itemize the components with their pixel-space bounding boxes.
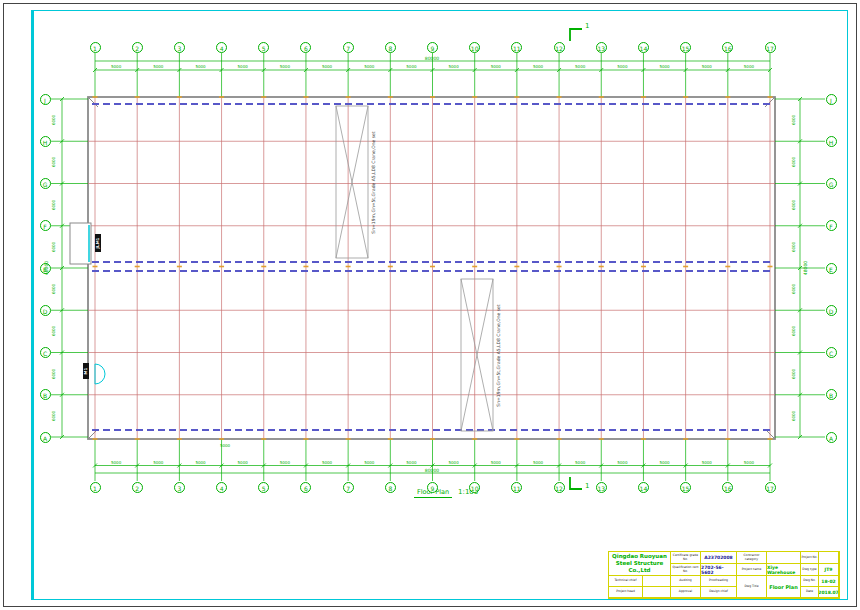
bay-width-dim-bottom: 5000 xyxy=(222,460,264,465)
grid-bubble-right: E xyxy=(826,263,837,274)
bay-height-dim-right: 6000 xyxy=(791,395,797,437)
grid-bubble-right: F xyxy=(826,220,837,231)
date-label: Date xyxy=(801,587,819,598)
grid-bubble-bottom: 4 xyxy=(216,482,227,493)
grid-bubble-bottom: 14 xyxy=(638,482,649,493)
grid-bubble-bottom: 13 xyxy=(596,482,607,493)
bay-height-dim-right: 6000 xyxy=(791,353,797,395)
grid-bubble-left: F xyxy=(40,220,51,231)
bay-height-dim-right: 6000 xyxy=(791,184,797,226)
grid-bubble-left: C xyxy=(40,347,51,358)
grid-bubble-top: 3 xyxy=(174,42,185,53)
bay-width-dim-top: 5000 xyxy=(601,64,643,69)
bay-width-dim-bottom: 5000 xyxy=(179,460,221,465)
grid-bubble-top: 14 xyxy=(638,42,649,53)
bay-height-dim-left: 6000 xyxy=(51,353,57,395)
dwg-type-value: JT9 xyxy=(819,564,839,576)
bay-width-dim-bottom: 5000 xyxy=(559,460,601,465)
bay-width-dim-top: 5000 xyxy=(559,64,601,69)
grid-bubble-left: B xyxy=(40,389,51,400)
grid-bubble-right: B xyxy=(826,389,837,400)
total-height-dim-right: 48000 xyxy=(803,247,809,289)
grid-bubble-top: 5 xyxy=(258,42,269,53)
bay-width-dim-top: 5000 xyxy=(348,64,390,69)
section-mark-label: 1 xyxy=(585,482,595,492)
bay-width-dim-top: 5000 xyxy=(390,64,432,69)
bay-width-dim-top: 5000 xyxy=(686,64,728,69)
left-door-tag: JLM1 xyxy=(95,234,101,252)
section-mark-bottom xyxy=(570,477,582,489)
plan-svg xyxy=(0,0,860,610)
total-width-dim-bottom: 80000 xyxy=(402,468,462,474)
cert-value: A23702008 xyxy=(701,552,737,564)
grid-bubble-bottom: 12 xyxy=(554,482,565,493)
grid-bubble-right: J xyxy=(826,94,837,105)
contractor-label: Contractor category xyxy=(737,552,767,564)
project-no-value xyxy=(819,552,839,564)
bay-width-dim-top: 5000 xyxy=(222,64,264,69)
bay-width-dim-top: 5000 xyxy=(179,64,221,69)
bay-width-dim-top: 5000 xyxy=(475,64,517,69)
grid-bubble-bottom: 9 xyxy=(427,482,438,493)
grid-bubble-bottom: 17 xyxy=(765,482,776,493)
grid-bubble-bottom: 15 xyxy=(680,482,691,493)
dwg-no-value: 18-02 xyxy=(819,576,839,587)
grid-bubble-bottom: 10 xyxy=(469,482,480,493)
dwg-no-label: Dwg No. xyxy=(801,576,819,587)
left-door xyxy=(70,223,91,264)
grid-bubble-bottom: 5 xyxy=(258,482,269,493)
grid-bubble-left: A xyxy=(40,432,51,443)
bay-width-dim-top: 5000 xyxy=(95,64,137,69)
grid-bubble-left: H xyxy=(40,136,51,147)
date-value: 2018.07 xyxy=(819,587,839,598)
crane-note-2: Sn=19m,Gn=5t,Grade A5,LD8 Crane,One set xyxy=(496,280,503,432)
bay-height-dim-left: 6000 xyxy=(51,395,57,437)
bay-width-dim-bottom: 5000 xyxy=(264,460,306,465)
bay-height-dim-left: 6000 xyxy=(51,226,57,268)
project-name-value: Xiye Warehouse xyxy=(767,564,801,576)
grid-bubble-left: G xyxy=(40,178,51,189)
qual-label: Qualification cert No. xyxy=(671,564,701,576)
bay-width-dim-bottom: 5000 xyxy=(95,460,137,465)
proofreading-label: Proofreading xyxy=(701,576,737,587)
door-swing-arc xyxy=(95,364,105,384)
crane-note-1: Sn=19m,Gn=5t,Grade A5,LD8 Crane,One set xyxy=(371,107,378,259)
bay-height-dim-left: 6000 xyxy=(51,99,57,141)
dwg-title-label: Dwg Title xyxy=(737,576,767,598)
bay-height-dim-right: 6000 xyxy=(791,99,797,141)
grid-bubble-top: 1 xyxy=(90,42,101,53)
grid-bubble-bottom: 1 xyxy=(90,482,101,493)
dwg-type-label: Dwg type xyxy=(801,564,819,576)
bay-width-dim-top: 5000 xyxy=(433,64,475,69)
bay-width-dim-bottom: 5000 xyxy=(686,460,728,465)
grid-bubble-bottom: 16 xyxy=(722,482,733,493)
total-width-dim-top: 80000 xyxy=(402,56,462,62)
approval-label: Approval xyxy=(671,587,701,598)
bay-width-dim-bottom: 5000 xyxy=(517,460,559,465)
bay-width-dim-top: 5000 xyxy=(264,64,306,69)
project-head-value xyxy=(643,587,671,598)
bay-height-dim-left: 6000 xyxy=(51,268,57,310)
technical-chief-label: Technical chief xyxy=(609,576,643,587)
bay-width-dim-bottom: 5000 xyxy=(644,460,686,465)
grid-bubble-bottom: 7 xyxy=(343,482,354,493)
project-name-label: Project name xyxy=(737,564,767,576)
bay-height-dim-right: 6000 xyxy=(791,310,797,352)
bay-height-dim-left: 6000 xyxy=(51,141,57,183)
bay-width-dim-top: 5000 xyxy=(728,64,770,69)
section-mark-top xyxy=(570,29,582,41)
grid-bubble-bottom: 3 xyxy=(174,482,185,493)
section-mark-label: 1 xyxy=(585,22,595,32)
grid-bubble-left: J xyxy=(40,94,51,105)
corner-tick xyxy=(88,97,98,107)
bay-width-dim-top: 5000 xyxy=(137,64,179,69)
technical-chief-value xyxy=(643,576,671,587)
grid-bubble-top: 6 xyxy=(300,42,311,53)
bay-width-dim-bottom: 5000 xyxy=(433,460,475,465)
grid-bubble-bottom: 2 xyxy=(132,482,143,493)
grid-bubble-top: 12 xyxy=(554,42,565,53)
grid-bubble-top: 10 xyxy=(469,42,480,53)
bay-height-dim-left: 6000 xyxy=(51,310,57,352)
bay-width-dim-bottom: 5000 xyxy=(601,460,643,465)
bay-width-dim-bottom: 5000 xyxy=(137,460,179,465)
